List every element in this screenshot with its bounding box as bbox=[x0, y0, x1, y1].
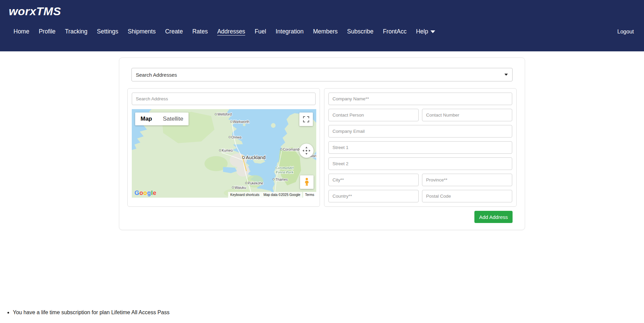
map-attribution: Keyboard shortcuts Map data ©2025 Google… bbox=[228, 192, 316, 198]
map-view-button[interactable]: Map bbox=[135, 113, 157, 125]
nav-item-tracking[interactable]: Tracking bbox=[60, 25, 92, 38]
google-letter: e bbox=[153, 190, 157, 196]
map-city-label: Auckland bbox=[246, 155, 266, 160]
map-data-attribution: Map data ©2025 Google bbox=[262, 192, 302, 198]
subscription-note-text: You have a life time subscription for pl… bbox=[13, 309, 170, 316]
map-dot-auckland bbox=[243, 156, 245, 158]
satellite-view-button[interactable]: Satellite bbox=[157, 113, 189, 125]
nav-item-subscribe[interactable]: Subscribe bbox=[342, 25, 378, 38]
province-field[interactable] bbox=[422, 174, 512, 186]
google-map[interactable]: Wellsford Warkworth Orewa Kumeū Auckland… bbox=[132, 109, 316, 198]
map-town-label: Thames bbox=[275, 177, 288, 181]
top-navbar: worxTMS Home Profile Tracking Settings S… bbox=[0, 0, 644, 51]
google-letter: o bbox=[140, 190, 144, 196]
map-dot-warkworth bbox=[230, 121, 232, 123]
map-dot-wellsford bbox=[215, 114, 217, 115]
map-park-label-line2: Forest Park bbox=[275, 170, 293, 174]
pan-control-button[interactable] bbox=[299, 144, 314, 158]
nav-item-shipments[interactable]: Shipments bbox=[123, 25, 160, 38]
map-town-label: Waiuku bbox=[234, 186, 246, 190]
keyboard-shortcuts-link[interactable]: Keyboard shortcuts bbox=[228, 192, 261, 198]
pan-arrows-icon bbox=[302, 146, 311, 155]
map-dot-orewa bbox=[229, 136, 230, 138]
google-letter: G bbox=[134, 190, 140, 196]
chevron-down-icon bbox=[430, 30, 435, 33]
nav-item-rates[interactable]: Rates bbox=[188, 25, 213, 38]
nav-item-profile[interactable]: Profile bbox=[34, 25, 60, 38]
map-town-label: Orewa bbox=[231, 135, 242, 139]
map-town-label: Wellsford bbox=[217, 113, 232, 116]
nav-item-home[interactable]: Home bbox=[9, 25, 34, 38]
google-logo[interactable]: Google bbox=[134, 190, 156, 197]
nav-item-create[interactable]: Create bbox=[160, 25, 188, 38]
subscription-note: You have a life time subscription for pl… bbox=[4, 309, 170, 316]
help-label: Help bbox=[416, 28, 428, 35]
nav-item-frontacc[interactable]: FrontAcc bbox=[378, 25, 411, 38]
addresses-card: Search Addresses bbox=[119, 57, 525, 230]
map-type-control: Map Satellite bbox=[135, 113, 189, 125]
map-dot-pukekohe bbox=[245, 182, 247, 184]
brand-logo[interactable]: worxTMS bbox=[9, 5, 61, 18]
google-letter: g bbox=[147, 190, 151, 196]
google-letter: o bbox=[143, 190, 147, 196]
search-addresses-select-wrap: Search Addresses bbox=[131, 68, 513, 81]
map-dot-kumeu bbox=[219, 150, 221, 151]
map-dot-coromandel bbox=[280, 148, 282, 150]
search-address-input[interactable] bbox=[132, 93, 316, 105]
country-field[interactable] bbox=[328, 190, 419, 202]
map-town-label: Coromandel bbox=[283, 148, 302, 151]
map-island-kawau bbox=[243, 123, 246, 126]
nav-item-addresses[interactable]: Addresses bbox=[213, 25, 250, 38]
submit-row: Add Address bbox=[127, 211, 517, 223]
pegman-icon bbox=[304, 178, 309, 187]
pegman-button[interactable] bbox=[300, 175, 314, 189]
map-dot-thames bbox=[273, 178, 274, 180]
street1-field[interactable] bbox=[328, 141, 512, 154]
terms-link[interactable]: Terms bbox=[303, 192, 316, 198]
map-island-little-barrier bbox=[271, 123, 276, 128]
map-urban-south-auckland bbox=[236, 164, 249, 176]
nav-item-settings[interactable]: Settings bbox=[92, 25, 123, 38]
map-dot-waiuku bbox=[232, 187, 234, 188]
panels-row: Wellsford Warkworth Orewa Kumeū Auckland… bbox=[127, 88, 517, 207]
map-town-label: Pukekohe bbox=[248, 181, 263, 185]
postal-code-field[interactable] bbox=[422, 190, 512, 202]
company-email-field[interactable] bbox=[328, 125, 512, 138]
contact-number-field[interactable] bbox=[422, 109, 512, 121]
street2-field[interactable] bbox=[328, 157, 512, 170]
fullscreen-icon bbox=[303, 116, 309, 122]
map-town-label: Warkworth bbox=[233, 120, 249, 124]
logout-button[interactable]: Logout bbox=[616, 26, 635, 38]
nav-item-integration[interactable]: Integration bbox=[271, 25, 308, 38]
map-panel: Wellsford Warkworth Orewa Kumeū Auckland… bbox=[127, 88, 320, 207]
address-form-panel bbox=[324, 88, 517, 207]
add-address-button[interactable]: Add Address bbox=[474, 211, 513, 223]
nav-item-help[interactable]: Help bbox=[411, 25, 440, 38]
search-addresses-select[interactable]: Search Addresses bbox=[131, 68, 513, 81]
city-field[interactable] bbox=[328, 174, 419, 186]
map-town-label: Kumeū bbox=[222, 149, 233, 152]
nav-item-fuel[interactable]: Fuel bbox=[250, 25, 271, 38]
nav-item-members[interactable]: Members bbox=[308, 25, 342, 38]
map-park-label-line1: Coromandel bbox=[275, 166, 293, 170]
contact-person-field[interactable] bbox=[328, 109, 419, 121]
fullscreen-button[interactable] bbox=[299, 113, 313, 126]
company-name-field[interactable] bbox=[328, 93, 512, 105]
nav-menu: Home Profile Tracking Settings Shipments… bbox=[9, 25, 635, 38]
